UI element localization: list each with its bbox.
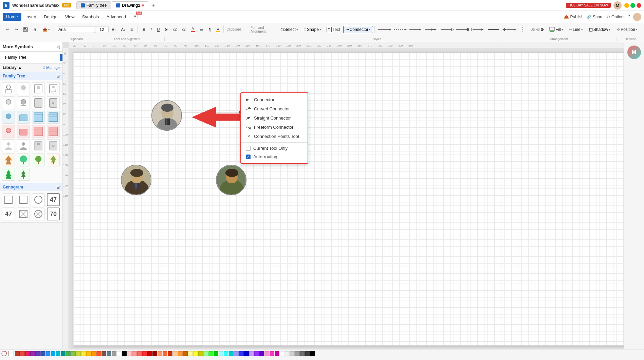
color-swatch[interactable] — [310, 351, 315, 356]
color-swatch[interactable] — [122, 351, 127, 356]
color-swatch[interactable] — [295, 351, 300, 356]
color-swatch[interactable] — [107, 351, 111, 356]
strikethrough-button[interactable]: S — [163, 26, 170, 33]
redo-button[interactable]: ↪ — [13, 26, 20, 33]
connector-option-straight[interactable]: Straight Connector — [241, 113, 308, 123]
symbol-11[interactable] — [32, 111, 45, 124]
color-swatch[interactable] — [142, 351, 147, 356]
menu-advanced[interactable]: Advanced — [103, 13, 129, 21]
color-swatch[interactable] — [178, 351, 183, 356]
symbol-tree-3[interactable] — [32, 154, 45, 166]
position-dropdown[interactable]: ⊹ Position ▾ — [614, 26, 640, 33]
symbol-20[interactable]: ID — [47, 139, 60, 152]
color-swatch[interactable] — [188, 351, 193, 356]
symbol-4[interactable] — [47, 82, 60, 95]
color-swatch[interactable] — [96, 351, 101, 356]
color-swatch[interactable] — [152, 351, 157, 356]
shadow-dropdown[interactable]: ◫ Shadow ▾ — [587, 26, 613, 33]
symbol-15[interactable] — [32, 125, 45, 138]
color-swatch[interactable] — [56, 351, 60, 356]
symbol-13[interactable] — [2, 125, 15, 138]
color-swatch[interactable] — [270, 351, 274, 356]
no-fill-swatch[interactable] — [8, 351, 14, 356]
connector-option-curved[interactable]: Curved Connector — [241, 104, 308, 113]
color-swatch[interactable] — [35, 351, 40, 356]
help-button[interactable]: ? — [628, 15, 630, 19]
color-swatch[interactable] — [168, 351, 172, 356]
search-button[interactable]: Search — [60, 54, 63, 61]
publish-button[interactable]: 📤 Publish — [564, 15, 584, 19]
print-button[interactable]: 🖨 — [31, 26, 39, 33]
color-swatch[interactable] — [219, 351, 223, 356]
color-swatch[interactable] — [132, 351, 137, 356]
tab-family-tree[interactable]: Family tree — [76, 1, 111, 9]
font-name-input[interactable] — [57, 26, 94, 33]
fill-dropdown[interactable]: Fill ▾ — [547, 25, 565, 34]
color-swatch[interactable] — [81, 351, 86, 356]
superscript-button[interactable]: x2 — [171, 26, 179, 33]
color-swatch[interactable] — [193, 351, 198, 356]
export-dropdown[interactable]: 📤▾ — [40, 26, 52, 33]
color-swatch[interactable] — [40, 351, 45, 356]
color-swatch[interactable] — [117, 351, 122, 356]
symbol-19[interactable] — [32, 139, 45, 152]
decrease-font-button[interactable]: A↓ — [119, 26, 128, 33]
share-button[interactable]: 🔗 Share — [586, 15, 604, 19]
color-swatch[interactable] — [30, 351, 35, 356]
color-swatch[interactable] — [61, 351, 66, 356]
connector-option-connection-points[interactable]: ✕ Connection Points Tool — [241, 132, 308, 141]
symbol-3[interactable] — [32, 82, 45, 95]
genogram-header[interactable]: Genogram ⊞ — [0, 183, 62, 191]
geno-symbol-2[interactable] — [17, 193, 30, 206]
symbol-tree-1[interactable] — [2, 154, 15, 166]
color-swatch[interactable] — [300, 351, 305, 356]
symbol-tree-2[interactable] — [17, 154, 30, 166]
minimize-button[interactable] — [624, 3, 629, 8]
color-swatch[interactable] — [127, 351, 132, 356]
symbol-14[interactable] — [17, 125, 30, 138]
tab-drawing2[interactable]: Drawing2 — [112, 1, 148, 9]
symbol-6[interactable] — [17, 96, 30, 109]
arrow-style-2[interactable] — [393, 27, 407, 32]
manage-button[interactable]: ⊕ Manage — [42, 66, 60, 70]
color-swatch[interactable] — [259, 351, 264, 356]
geno-symbol-4[interactable]: 47 — [47, 193, 60, 206]
color-swatch[interactable] — [234, 351, 239, 356]
arrow-style-1[interactable] — [378, 27, 391, 32]
color-swatch[interactable] — [239, 351, 244, 356]
arrow-style-4[interactable] — [424, 27, 438, 32]
geno-symbol-8[interactable]: 70 — [47, 208, 60, 220]
color-swatch[interactable] — [208, 351, 213, 356]
color-swatch[interactable] — [275, 351, 279, 356]
connector-option-connector[interactable]: Connector — [241, 95, 308, 104]
user-menu[interactable] — [633, 13, 641, 21]
portrait-4[interactable] — [216, 165, 246, 195]
color-swatch[interactable] — [280, 351, 284, 356]
italic-button[interactable]: I — [149, 26, 154, 33]
color-swatch[interactable] — [25, 351, 30, 356]
subscript-button[interactable]: x2 — [180, 26, 188, 33]
undo-button[interactable]: ↩ — [4, 26, 12, 33]
color-swatch[interactable] — [198, 351, 203, 356]
color-swatch[interactable] — [229, 351, 234, 356]
symbol-8[interactable]: ≡ — [47, 96, 60, 109]
align-button[interactable]: ≡ — [128, 26, 135, 33]
family-tree-header[interactable]: Family Tree ⊞ — [0, 72, 62, 80]
list-button[interactable]: ☰ — [198, 26, 206, 33]
search-input[interactable] — [3, 54, 58, 61]
color-swatch[interactable] — [86, 351, 91, 356]
color-swatch[interactable] — [102, 351, 106, 356]
symbol-16[interactable] — [47, 125, 60, 138]
symbol-pine-2[interactable] — [17, 168, 30, 181]
color-swatch[interactable] — [112, 351, 116, 356]
symbol-pine-1[interactable] — [2, 168, 15, 181]
save-button[interactable] — [21, 26, 30, 33]
menu-home[interactable]: Home — [3, 13, 21, 21]
color-swatch[interactable] — [214, 351, 218, 356]
increase-font-button[interactable]: A↑ — [110, 26, 118, 33]
color-swatch[interactable] — [76, 351, 81, 356]
geno-symbol-3[interactable] — [32, 193, 45, 206]
color-swatch[interactable] — [254, 351, 259, 356]
menu-insert[interactable]: Insert — [22, 13, 40, 21]
symbol-12[interactable] — [47, 111, 60, 124]
